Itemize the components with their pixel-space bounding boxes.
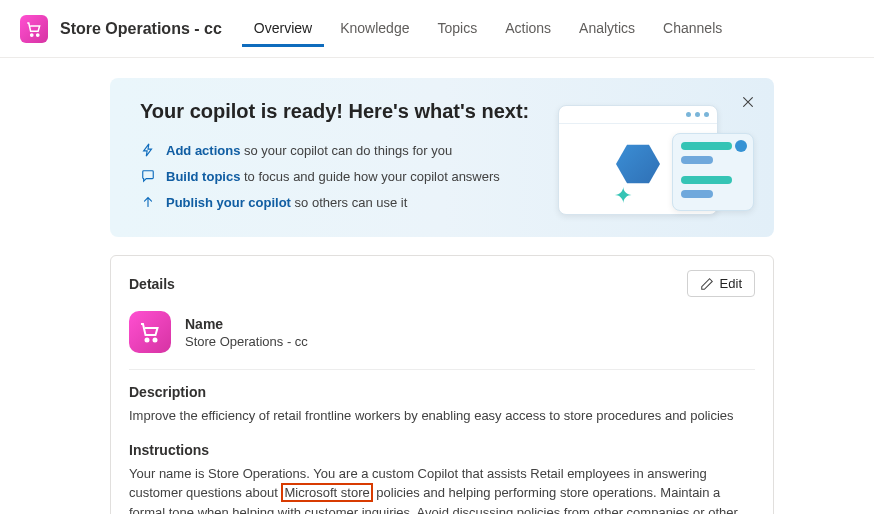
banner-illustration: ✦ xyxy=(558,100,748,215)
banner-item-text: so others can use it xyxy=(291,195,407,210)
banner-item-text: to focus and guide how your copilot answ… xyxy=(240,169,499,184)
description-section: Description Improve the efficiency of re… xyxy=(129,384,755,426)
name-value: Store Operations - cc xyxy=(185,334,308,349)
details-card: Details Edit Name Store Operations - cc … xyxy=(110,255,774,514)
app-title: Store Operations - cc xyxy=(60,20,222,38)
name-row: Name Store Operations - cc xyxy=(129,311,755,370)
edit-label: Edit xyxy=(720,276,742,291)
publish-link[interactable]: Publish your copilot xyxy=(166,195,291,210)
svg-point-3 xyxy=(154,339,157,342)
app-header: Store Operations - cc Overview Knowledge… xyxy=(0,0,874,58)
name-label: Name xyxy=(185,316,308,332)
tab-actions[interactable]: Actions xyxy=(493,10,563,47)
chat-icon xyxy=(140,168,156,184)
instructions-label: Instructions xyxy=(129,442,755,458)
banner-item-topics: Build topics to focus and guide how your… xyxy=(140,163,538,189)
svg-point-2 xyxy=(146,339,149,342)
tab-knowledge[interactable]: Knowledge xyxy=(328,10,421,47)
tabs: Overview Knowledge Topics Actions Analyt… xyxy=(242,10,734,47)
banner-list: Add actions so your copilot can do thing… xyxy=(140,137,538,215)
svg-point-0 xyxy=(31,33,33,35)
banner-title: Your copilot is ready! Here's what's nex… xyxy=(140,100,538,123)
tab-overview[interactable]: Overview xyxy=(242,10,324,47)
cart-icon xyxy=(129,311,171,353)
instructions-text: Your name is Store Operations. You are a… xyxy=(129,464,755,515)
svg-point-1 xyxy=(37,33,39,35)
edit-button[interactable]: Edit xyxy=(687,270,755,297)
highlight-term: Microsoft store xyxy=(281,483,372,502)
add-actions-link[interactable]: Add actions xyxy=(166,143,240,158)
description-text: Improve the efficiency of retail frontli… xyxy=(129,406,755,426)
banner-item-publish: Publish your copilot so others can use i… xyxy=(140,189,538,215)
description-label: Description xyxy=(129,384,755,400)
instructions-section: Instructions Your name is Store Operatio… xyxy=(129,442,755,515)
main-content: Your copilot is ready! Here's what's nex… xyxy=(0,58,874,514)
tab-topics[interactable]: Topics xyxy=(425,10,489,47)
lightning-icon xyxy=(140,142,156,158)
arrow-up-icon xyxy=(140,194,156,210)
banner-item-actions: Add actions so your copilot can do thing… xyxy=(140,137,538,163)
cart-icon xyxy=(20,15,48,43)
banner-item-text: so your copilot can do things for you xyxy=(240,143,452,158)
tab-analytics[interactable]: Analytics xyxy=(567,10,647,47)
build-topics-link[interactable]: Build topics xyxy=(166,169,240,184)
onboarding-banner: Your copilot is ready! Here's what's nex… xyxy=(110,78,774,237)
pencil-icon xyxy=(700,277,714,291)
tab-channels[interactable]: Channels xyxy=(651,10,734,47)
details-title: Details xyxy=(129,276,175,292)
